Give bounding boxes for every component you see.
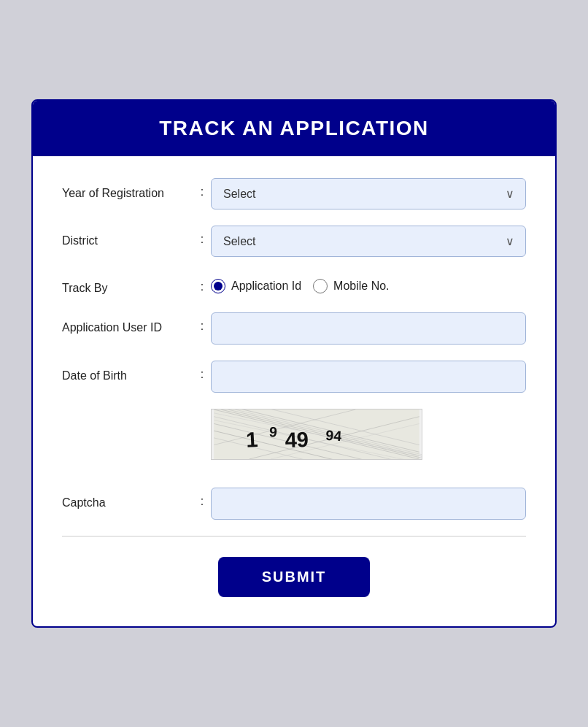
card-body: Year of Registration : Select 2024 2023 … [33,156,555,626]
submit-button[interactable]: SUBMIT [218,557,371,597]
date-of-birth-label: Date of Birth [62,361,193,384]
year-colon: : [193,178,211,199]
track-application-card: TRACK AN APPLICATION Year of Registratio… [31,99,557,628]
date-of-birth-input[interactable] [211,361,526,393]
captcha-image-row: 1 9 49 94 [62,409,526,472]
captcha-input-wrapper [211,488,526,520]
application-id-label: Application Id [231,280,301,293]
year-of-registration-row: Year of Registration : Select 2024 2023 … [62,178,526,209]
svg-text:9: 9 [268,423,278,440]
year-of-registration-label: Year of Registration [62,178,193,201]
submit-row: SUBMIT [62,557,526,597]
application-user-id-input[interactable] [211,312,526,345]
district-select-wrapper: Select [211,226,526,257]
card-header: TRACK AN APPLICATION [33,101,555,156]
year-select-container[interactable]: Select 2024 2023 2022 2021 2020 [211,178,526,209]
application-user-id-colon: : [193,312,211,333]
date-of-birth-wrapper [211,361,526,393]
application-id-option[interactable]: Application Id [211,279,301,293]
track-by-options: Application Id Mobile No. [211,273,526,293]
captcha-image: 1 9 49 94 [211,409,422,460]
year-select-wrapper: Select 2024 2023 2022 2021 2020 [211,178,526,209]
application-user-id-label: Application User ID [62,312,193,336]
date-of-birth-row: Date of Birth : [62,361,526,393]
year-of-registration-select[interactable]: Select 2024 2023 2022 2021 2020 [211,178,526,209]
captcha-image-wrapper: 1 9 49 94 [211,409,526,460]
svg-text:49: 49 [285,428,309,452]
mobile-no-option[interactable]: Mobile No. [313,279,389,293]
district-select-container[interactable]: Select [211,226,526,257]
captcha-row: Captcha : [62,488,526,520]
captcha-svg: 1 9 49 94 [212,409,422,459]
svg-text:1: 1 [245,428,258,452]
radio-group: Application Id Mobile No. [211,273,526,293]
captcha-colon: : [193,488,211,508]
district-colon: : [193,226,211,246]
captcha-image-label-spacer [62,409,193,416]
mobile-no-radio[interactable] [313,279,328,293]
district-label: District [62,226,193,249]
svg-text:94: 94 [325,427,342,444]
date-of-birth-colon: : [193,361,211,381]
captcha-label: Captcha [62,488,193,511]
form-divider [62,536,526,536]
application-id-radio[interactable] [211,279,225,293]
application-user-id-row: Application User ID : [62,312,526,345]
district-select[interactable]: Select [211,226,526,257]
district-row: District : Select [62,226,526,257]
track-by-colon: : [193,273,211,293]
application-user-id-wrapper [211,312,526,345]
track-by-label: Track By [62,273,193,296]
captcha-input[interactable] [211,488,526,520]
track-by-row: Track By : Application Id Mobile No. [62,273,526,296]
page-title: TRACK AN APPLICATION [47,117,541,140]
mobile-no-label: Mobile No. [333,280,389,293]
captcha-image-colon-spacer [193,409,211,416]
